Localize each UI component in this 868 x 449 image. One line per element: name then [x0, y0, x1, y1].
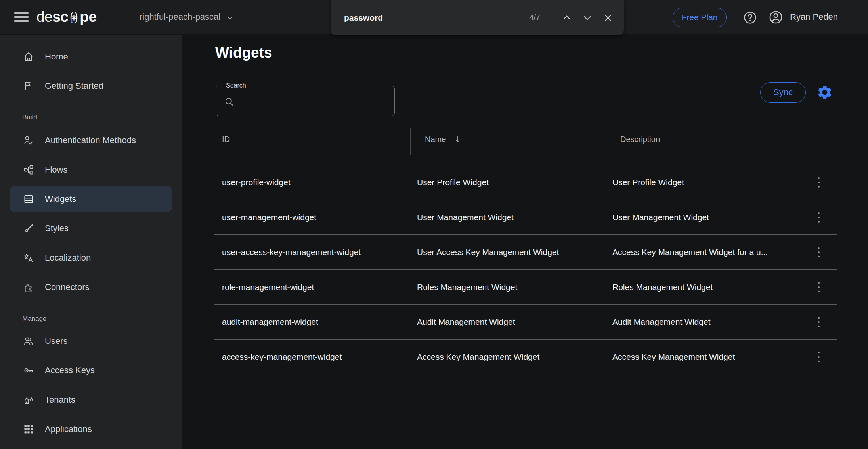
sidebar-item-label: Flows: [45, 165, 67, 175]
sidebar-section-manage: Manage: [22, 315, 182, 323]
home-icon: [23, 51, 34, 62]
help-button[interactable]: [743, 10, 757, 25]
sidebar-item-localization[interactable]: Localization: [0, 243, 182, 272]
close-icon: [602, 12, 614, 23]
column-header-id[interactable]: ID: [214, 135, 409, 144]
table-body: user-profile-widget User Profile Widget …: [214, 165, 837, 374]
flag-icon: [23, 81, 34, 92]
sidebar-item-label: Access Keys: [45, 365, 95, 376]
logo-asterisk-icon: [69, 11, 79, 25]
row-actions-kebab-icon[interactable]: [811, 172, 827, 193]
question-circle-icon: [743, 10, 757, 25]
cell-id: access-key-management-widget: [214, 352, 409, 362]
cell-description: Roles Management Widget: [604, 282, 801, 292]
settings-gear-icon[interactable]: [816, 84, 834, 101]
findbar-divider: [551, 6, 551, 29]
topbar-divider: [123, 11, 123, 23]
descope-logo[interactable]: desc pe: [36, 0, 97, 34]
cell-name: User Management Widget: [409, 213, 604, 222]
table-row[interactable]: user-management-widget User Management W…: [214, 200, 837, 235]
table-row[interactable]: access-key-management-widget Access Key …: [214, 340, 837, 374]
logo-text: de: [36, 9, 52, 25]
chevron-down-icon: [226, 13, 234, 22]
sort-descending-icon: [453, 135, 462, 144]
grid-apps-icon: [23, 424, 34, 435]
sidebar-item-styles[interactable]: Styles: [0, 214, 182, 243]
widgets-table-icon: [23, 194, 34, 205]
cell-description: Access Key Management Widget for a u...: [604, 248, 801, 257]
users-icon: [23, 336, 34, 347]
account-menu[interactable]: Ryan Peden: [768, 0, 838, 34]
cell-name: User Profile Widget: [409, 178, 604, 187]
flow-chart-icon: [23, 164, 34, 175]
chevron-down-icon: [581, 12, 593, 24]
cell-description: User Management Widget: [604, 213, 801, 222]
column-header-description[interactable]: Description: [604, 135, 801, 144]
cell-name: Access Key Management Widget: [409, 352, 604, 362]
row-actions-kebab-icon[interactable]: [811, 312, 827, 332]
person-check-icon: [23, 135, 34, 146]
translate-icon: [23, 252, 34, 263]
table-row[interactable]: role-management-widget Roles Management …: [214, 270, 837, 305]
sidebar-item-authentication-methods[interactable]: Authentication Methods: [0, 126, 182, 155]
sidebar-item-label: Styles: [45, 223, 69, 234]
sidebar-item-home[interactable]: Home: [0, 42, 182, 71]
row-actions-kebab-icon[interactable]: [811, 277, 827, 297]
cell-id: user-profile-widget: [214, 178, 409, 187]
cell-id: user-access-key-management-widget: [214, 248, 409, 257]
sidebar-section-build: Build: [22, 113, 182, 121]
project-selector[interactable]: rightful-peach-pascal: [140, 0, 234, 34]
paintbrush-icon: [23, 223, 34, 234]
key-icon: [23, 365, 34, 376]
sync-button[interactable]: Sync: [760, 82, 806, 103]
user-name: Ryan Peden: [790, 12, 838, 22]
cell-description: User Profile Widget: [604, 178, 801, 187]
table-row[interactable]: user-access-key-management-widget User A…: [214, 235, 837, 270]
search-label: Search: [223, 82, 249, 89]
widgets-search-box: Search: [216, 86, 395, 116]
row-actions-kebab-icon[interactable]: [811, 207, 827, 228]
row-actions-kebab-icon[interactable]: [811, 347, 827, 367]
cell-id: role-management-widget: [214, 282, 409, 292]
hamburger-menu-icon[interactable]: [14, 12, 29, 22]
find-in-page-bar: password 4/7: [331, 0, 624, 35]
find-close-button[interactable]: [598, 8, 618, 28]
sidebar-item-getting-started[interactable]: Getting Started: [0, 71, 182, 101]
sidebar-item-label: Users: [45, 336, 67, 346]
chevron-up-icon: [561, 12, 573, 24]
sidebar-item-tenants[interactable]: Tenants: [0, 385, 182, 414]
cell-name: Audit Management Widget: [409, 317, 604, 327]
sidebar-item-connectors[interactable]: Connectors: [0, 272, 182, 302]
cell-description: Access Key Management Widget: [604, 352, 801, 362]
row-actions-kebab-icon[interactable]: [811, 242, 827, 263]
sidebar-item-applications[interactable]: Applications: [0, 414, 182, 444]
free-plan-button[interactable]: Free Plan: [673, 8, 727, 27]
find-previous-button[interactable]: [556, 8, 577, 28]
sidebar-item-flows[interactable]: Flows: [0, 155, 182, 184]
search-icon: [224, 96, 235, 107]
sidebar-item-label: Tenants: [45, 395, 75, 405]
sidebar-item-users[interactable]: Users: [0, 326, 182, 356]
page-title: Widgets: [215, 44, 272, 61]
find-match-counter: 4/7: [529, 13, 540, 22]
table-row[interactable]: user-profile-widget User Profile Widget …: [214, 165, 837, 200]
sidebar-item-label: Localization: [45, 253, 91, 263]
column-header-name[interactable]: Name: [409, 135, 604, 144]
search-input[interactable]: [238, 92, 389, 111]
sidebar-item-label: Connectors: [45, 282, 90, 292]
user-avatar-icon: [768, 10, 784, 25]
cell-id: audit-management-widget: [214, 317, 409, 327]
sidebar-item-label: Getting Started: [45, 81, 103, 91]
sidebar-item-label: Authentication Methods: [45, 135, 136, 146]
main-content: Widgets Search Sync ID Name Description …: [182, 35, 868, 449]
sidebar-item-access-keys[interactable]: Access Keys: [0, 356, 182, 385]
find-next-button[interactable]: [577, 8, 598, 28]
sidebar-item-widgets[interactable]: Widgets: [0, 184, 182, 214]
table-row[interactable]: audit-management-widget Audit Management…: [214, 305, 837, 340]
find-query[interactable]: password: [344, 13, 383, 23]
sidebar-item-label: Home: [45, 52, 68, 62]
sidebar: Home Getting Started Build Authenticatio…: [0, 35, 182, 449]
project-name: rightful-peach-pascal: [140, 12, 220, 22]
cell-description: Audit Management Widget: [604, 317, 801, 327]
puzzle-icon: [23, 282, 34, 293]
